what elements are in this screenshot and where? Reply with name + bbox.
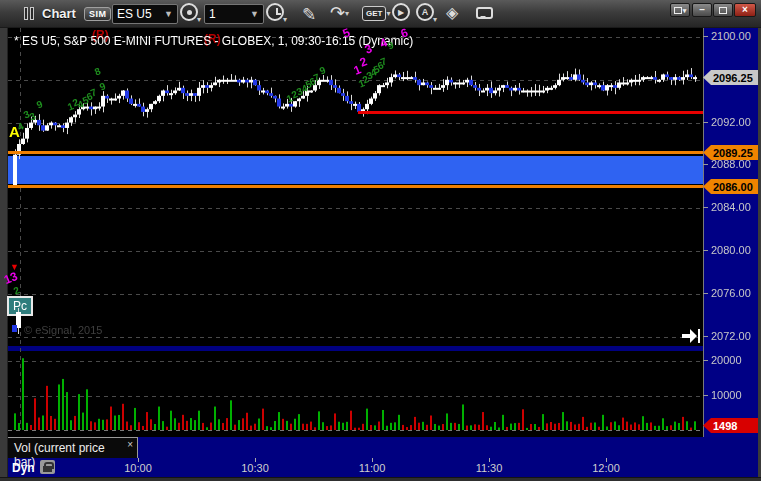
time-axis-label: 11:30 <box>476 462 503 474</box>
draw-tool-button[interactable]: ✎ <box>302 4 316 25</box>
chevron-down-icon: ▾ <box>345 9 349 18</box>
alert-price-tag: 2086.00 <box>703 179 758 194</box>
time-axis-tick <box>606 458 607 462</box>
minimize-button[interactable]: – <box>692 3 712 17</box>
auto-button[interactable]: A ▾ <box>416 3 434 21</box>
price-axis-label: 2092.00 <box>703 116 751 128</box>
interval-value: 1 <box>209 7 216 21</box>
red-resistance-line[interactable] <box>358 111 703 114</box>
esignal-watermark: © eSignal, 2015 <box>24 324 102 336</box>
diamond-icon: ◈ <box>446 3 458 22</box>
time-template-button[interactable]: ▾ <box>266 3 284 21</box>
last-price-tag: 2096.25 <box>703 70 758 85</box>
window-title: Chart <box>42 6 76 21</box>
price-axis-label: 2100.00 <box>703 30 751 42</box>
lock-icon[interactable] <box>40 460 55 474</box>
sim-mode-badge: SIM <box>84 7 112 21</box>
time-axis-label: 12:00 <box>592 462 620 474</box>
window-border-bottom <box>0 477 761 481</box>
window-border-left <box>0 28 8 477</box>
candles-canvas[interactable] <box>8 28 703 437</box>
pencil-icon: ✎ <box>302 4 316 25</box>
chart-title: * ES U5, S&P 500 E-MINI FUTURES - GLOBEX… <box>14 34 413 48</box>
price-axis-label: 2080.00 <box>703 244 751 256</box>
price-axis-label: 2072.00 <box>703 330 751 342</box>
time-axis-label: 11:00 <box>359 462 386 474</box>
interval-input[interactable]: 1 ▼ <box>204 4 264 24</box>
maximize-button[interactable] <box>713 3 733 17</box>
chat-bubble-icon <box>476 7 493 19</box>
close-button[interactable]: × <box>734 3 756 17</box>
volume-tag: 1498 <box>703 418 758 433</box>
maximize-icon <box>719 7 727 14</box>
time-axis-tick <box>489 458 490 462</box>
dynamic-mode-label: Dyn <box>12 461 35 475</box>
volume-axis-label: 10000 <box>703 389 742 401</box>
chevron-down-icon: ▾ <box>386 9 390 18</box>
price-axis-label: 2076.00 <box>703 287 751 299</box>
autotrade-icon: A <box>416 3 434 21</box>
price-axis-label: 2084.00 <box>703 201 751 213</box>
clock-icon <box>266 3 284 21</box>
time-axis-tick <box>372 458 373 462</box>
chevron-down-icon[interactable]: ▼ <box>158 9 173 19</box>
line-tools-button[interactable]: ↷ ▾ <box>330 2 349 24</box>
time-axis-label: 10:30 <box>241 462 269 474</box>
get-button[interactable]: GET ▾ <box>362 6 390 21</box>
chart-window-icon <box>24 7 34 20</box>
symbol-value: ES U5 <box>117 7 152 21</box>
time-axis-tick <box>138 458 139 462</box>
orange-lower-line[interactable] <box>8 185 703 188</box>
curved-arrow-icon: ↷ <box>330 2 345 24</box>
chevron-down-icon: ▾ <box>433 15 437 24</box>
link-button[interactable]: ◈ <box>446 3 458 22</box>
close-icon[interactable]: × <box>127 439 133 450</box>
gear-icon <box>180 3 198 21</box>
pc-marker-candle-down <box>12 325 17 332</box>
time-axis-tick <box>255 458 256 462</box>
signal-arrow-icon: ▼ <box>10 263 19 272</box>
volume-study-tab[interactable]: Vol (current price bar) × <box>8 437 138 458</box>
chart-window: Chart SIM ES U5 ▼ ▾ 1 ▼ ▾ ✎ ↷ ▾ GET ▾ <box>0 0 761 481</box>
volume-axis-label: 20000 <box>703 354 742 366</box>
symbol-settings-button[interactable]: ▾ <box>180 3 198 21</box>
play-button[interactable]: ▶ <box>392 3 410 21</box>
time-axis-label: 10:00 <box>124 462 152 474</box>
chevron-down-icon: ▾ <box>197 15 201 24</box>
symbol-input[interactable]: ES U5 ▼ <box>112 4 178 24</box>
titlebar: Chart SIM ES U5 ▼ ▾ 1 ▼ ▾ ✎ ↷ ▾ GET ▾ <box>0 0 761 28</box>
price-axis[interactable] <box>703 28 758 437</box>
orange-upper-line[interactable] <box>8 151 703 154</box>
popout-icon <box>674 7 682 14</box>
jump-to-end-icon[interactable] <box>682 329 700 343</box>
chevron-down-icon[interactable]: ▼ <box>244 9 259 19</box>
comment-button[interactable] <box>476 7 493 19</box>
get-icon: GET <box>362 6 386 21</box>
alert-price-tag: 2089.25 <box>703 145 758 160</box>
popout-button[interactable]: ▾ <box>670 3 690 17</box>
play-icon: ▶ <box>392 3 410 21</box>
chevron-down-icon: ▾ <box>283 15 287 24</box>
